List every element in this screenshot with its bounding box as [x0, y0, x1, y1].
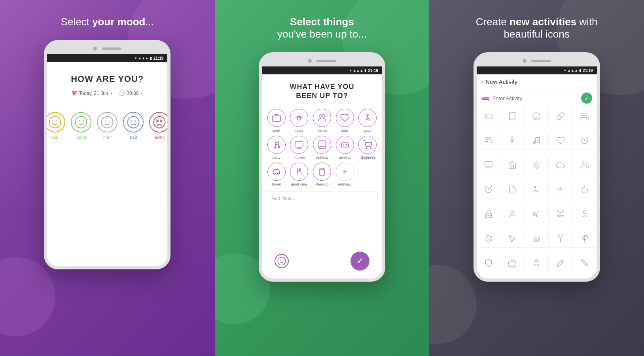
icon-cell-person[interactable]	[500, 205, 525, 223]
mood-date-item[interactable]: 📅 Today, 21 Jun ▼	[71, 91, 113, 96]
mood-item-bad[interactable]: bad	[123, 112, 144, 140]
phone-speaker-2	[316, 60, 336, 62]
icon-cell-cursor[interactable]	[500, 229, 525, 248]
mood-item-good[interactable]: good	[71, 112, 91, 140]
icon-cell-baby[interactable]	[525, 254, 549, 272]
svg-point-22	[367, 114, 368, 116]
activities-screen-content: WHAT HAVE YOU BEEN UP TO? work	[262, 74, 382, 278]
icon-cell-book[interactable]	[500, 107, 525, 125]
sun-icon	[532, 161, 541, 169]
icon-cell-tree[interactable]	[573, 229, 597, 248]
mood-date-row: 📅 Today, 21 Jun ▼ 🕐 20:30 ▼	[71, 91, 143, 96]
icon-cell-music[interactable]	[525, 132, 549, 150]
activity-relax[interactable]: relax	[290, 109, 309, 133]
svg-point-20	[320, 115, 322, 117]
reading-book-icon	[317, 140, 327, 150]
icon-cell-face[interactable]	[525, 107, 549, 125]
meh-face-icon	[101, 116, 114, 129]
activity-work[interactable]: work	[267, 109, 286, 133]
icon-cell-medical[interactable]	[477, 254, 501, 272]
icon-cell-sword[interactable]	[573, 254, 597, 272]
icon-cell-guitar[interactable]	[525, 205, 549, 223]
activity-travel[interactable]: travel	[267, 163, 286, 186]
activity-gaming[interactable]: gaming	[335, 136, 355, 159]
icon-cell-laptop[interactable]	[477, 156, 501, 174]
activity-meal[interactable]: good meal	[290, 163, 309, 186]
next-button[interactable]: ✓	[350, 252, 369, 271]
mood-label-awful: awful	[154, 135, 165, 140]
svg-point-49	[486, 137, 488, 140]
icon-cell-people1[interactable]	[573, 107, 597, 125]
svg-line-87	[586, 264, 587, 266]
svg-point-2	[57, 120, 58, 121]
mood-item-rad[interactable]: rad	[47, 112, 65, 140]
icon-cell-paw[interactable]	[477, 229, 501, 248]
icon-cell-silhouette[interactable]	[573, 205, 597, 223]
icon-cell-home[interactable]	[500, 156, 525, 174]
hike-icon	[532, 185, 541, 194]
activity-shopping[interactable]: shopping	[358, 136, 377, 159]
activity-date[interactable]: date	[335, 109, 355, 133]
battery-icon-3: ▮	[579, 68, 581, 72]
activity-circle-meal	[290, 163, 308, 181]
activity-circle-party	[267, 136, 286, 154]
mood-item-meh[interactable]: meh	[97, 112, 117, 140]
mood-item-awful[interactable]: awful	[149, 112, 167, 140]
activity-sport[interactable]: sport	[358, 109, 377, 133]
activity-cleaning[interactable]: cleaning	[312, 163, 332, 186]
icon-cell-sun[interactable]	[525, 156, 549, 174]
activity-friends[interactable]: friends	[312, 109, 332, 133]
activity-reading[interactable]: reading	[312, 136, 332, 159]
icon-cell-hike[interactable]	[525, 181, 549, 199]
back-mood-button[interactable]	[275, 254, 289, 268]
svg-point-7	[105, 120, 106, 121]
activity-edit-new[interactable]: + edit/new	[335, 163, 355, 186]
book-icon	[508, 112, 517, 121]
music-note-icon	[532, 136, 541, 145]
activity-circle-reading	[313, 136, 331, 154]
activity-circle-shopping	[358, 136, 377, 154]
activity-label-movies: movies	[294, 155, 305, 159]
emotion-icon	[532, 112, 541, 121]
work-icon	[272, 113, 281, 123]
icon-cell-tv[interactable]	[500, 254, 525, 272]
icons-grid[interactable]	[477, 107, 597, 278]
activity-label-relax: relax	[295, 129, 303, 133]
signal-icon-3: ▲▲▲	[567, 68, 578, 72]
icon-cell-pill[interactable]	[549, 107, 573, 125]
panel-activities-title: Select things you've been up to...	[265, 16, 379, 40]
icon-cell-cloud[interactable]	[549, 156, 573, 174]
icon-cell-pencil[interactable]	[549, 254, 573, 272]
icon-cell-people2[interactable]	[573, 156, 597, 174]
activity-name-input[interactable]	[492, 95, 578, 101]
svg-point-3	[76, 117, 87, 128]
icon-cell-beer[interactable]	[525, 229, 549, 248]
icon-cell-swim[interactable]	[549, 181, 573, 199]
note-input[interactable]: Add Note...	[267, 191, 377, 205]
activity-party[interactable]: party	[267, 136, 286, 159]
icon-cell-cake[interactable]	[477, 205, 501, 223]
cursor-icon	[508, 234, 517, 243]
icon-cell-water[interactable]	[573, 181, 597, 199]
confirm-activity-button[interactable]: ✓	[581, 93, 592, 104]
status-icons: ▾ ▲▲▲ ▮	[135, 56, 152, 60]
svg-point-71	[511, 211, 514, 214]
icon-cell-document[interactable]	[500, 181, 525, 199]
icon-cell-walk[interactable]	[500, 132, 525, 150]
status-icons-3: ▾ ▲▲▲ ▮	[564, 68, 581, 72]
status-bar-newact: ▾ ▲▲▲ ▮ 21:19	[477, 66, 597, 74]
mood-time-item[interactable]: 🕐 20:30 ▼	[119, 91, 143, 96]
sword-icon	[580, 259, 589, 267]
icon-cell-alarm[interactable]	[573, 132, 597, 150]
icon-cell-bed[interactable]	[477, 107, 501, 125]
gaming-controller-icon	[340, 140, 350, 150]
calendar-icon: 📅	[71, 91, 77, 96]
icon-cell-people3[interactable]	[549, 205, 573, 223]
icon-cell-cocktail[interactable]	[549, 229, 573, 248]
icon-cell-heart2[interactable]	[549, 132, 573, 150]
activity-label-gaming: gaming	[339, 155, 351, 159]
back-chevron-icon[interactable]: ‹	[481, 79, 483, 85]
icon-cell-alarm2[interactable]	[477, 181, 501, 199]
activity-movies[interactable]: movies	[290, 136, 309, 159]
icon-cell-couple[interactable]	[477, 132, 501, 150]
